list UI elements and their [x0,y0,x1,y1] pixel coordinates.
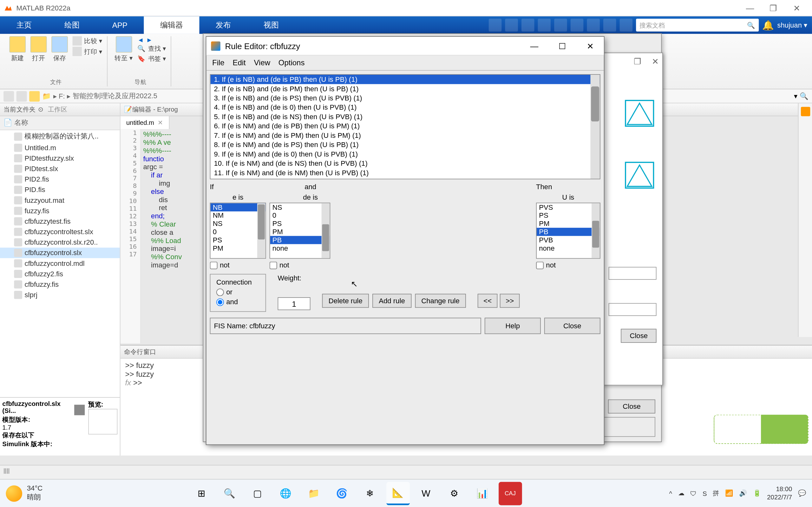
minimize-button[interactable]: — [745,3,755,12]
search-taskbar-icon[interactable]: 🔍 [218,482,241,505]
rule-item[interactable]: 3. If (e is NB) and (de is PS) then (U i… [210,94,600,103]
rule-item[interactable]: 11. If (e is NM) and (de is NM) then (U … [210,168,600,177]
user-menu[interactable]: shujuan ▾ [777,21,807,29]
tray-ime-icon[interactable]: 拼 [713,489,719,498]
tray-wifi-icon[interactable]: 📶 [725,490,733,497]
file-item[interactable]: cfbfuzzycontroltest.slx [0,227,120,237]
open-button[interactable]: 打开 [31,36,47,62]
rule-max-button[interactable]: ☐ [554,41,571,50]
file-item[interactable]: cfbfuzzycontrol.slx [0,247,120,258]
matlab-taskbar-icon[interactable]: 📐 [386,482,410,505]
browser-icon[interactable]: 🌀 [330,482,354,505]
rule-item[interactable]: 4. If (e is NB) and (de is 0) then (U is… [210,103,600,112]
close-tab-icon[interactable]: ✕ [158,119,163,126]
notifications-icon[interactable]: 🔔 [762,20,774,31]
delete-rule-button[interactable]: Delete rule [322,294,368,308]
mf-range-input[interactable] [609,267,657,280]
tray-notifications-icon[interactable]: 💬 [798,490,806,497]
de-mf-list[interactable]: NS0PSPMPBnone [270,203,331,259]
explorer-icon[interactable]: 📁 [302,482,325,505]
file-item[interactable]: PIDtest.slx [0,164,120,174]
app-icon-2[interactable]: ⚙ [443,482,466,505]
goto-button[interactable]: 转至 ▾ [114,36,133,63]
edge-icon[interactable]: 🌐 [274,482,298,505]
workspace-tab[interactable]: 工作区 [48,105,67,114]
prev-rule-button[interactable]: << [478,294,498,308]
rule-item[interactable]: 10. If (e is NM) and (de is NS) then (U … [210,159,600,168]
tray-defender-icon[interactable]: 🛡 [690,490,697,497]
tab-editor[interactable]: 编辑器 [144,16,199,34]
file-item[interactable]: cfbfuzzy.fis [0,279,120,290]
rule-item[interactable]: 5. If (e is NB) and (de is NS) then (U i… [210,112,600,121]
weather-widget[interactable]: 34°C 晴朗 [6,484,43,502]
tray-onedrive-icon[interactable]: ☁ [678,490,684,497]
copy-icon[interactable] [521,19,534,32]
clock[interactable]: 18:00 2022/7/7 [767,486,792,501]
app-icon-1[interactable]: ❄ [358,482,382,505]
e-mf-list[interactable]: NBNMNS0PSPM [210,203,266,259]
rule-item[interactable]: 9. If (e is NM) and (de is 0) then (U is… [210,150,600,159]
search-docs-input[interactable]: 搜索文档 🔍 [636,19,758,32]
compare-button[interactable]: 比较 ▾ [72,36,102,45]
file-item[interactable]: slprj [0,290,120,300]
path-search-icon[interactable]: 🔍 [800,92,809,100]
file-item[interactable]: cfbfuzzy2.fis [0,269,120,279]
mf-item[interactable]: NS [270,203,329,211]
rule-item[interactable]: 2. If (e is NB) and (de is PM) then (U i… [210,84,600,93]
rule-item[interactable]: 8. If (e is NM) and (de is PS) then (U i… [210,140,600,149]
mf-item[interactable]: PVB [537,236,600,244]
mf-item[interactable]: 0 [270,211,329,220]
de-not-checkbox[interactable]: not [270,261,351,269]
folder-dropdown-icon[interactable]: ⊙ [38,106,44,113]
tray-app-icon[interactable]: S [703,490,707,497]
path-back-icon[interactable] [3,91,14,101]
e-not-checkbox[interactable]: not [210,261,266,269]
close-button[interactable]: ✕ [792,3,801,12]
code-editor[interactable]: %%%---- %% A ve %%%---- functio argc = i… [141,129,202,343]
mf-item[interactable]: none [537,244,600,252]
tray-battery-icon[interactable]: 🔋 [753,490,761,497]
bookmark-button[interactable]: 🔖书签 ▾ [137,54,166,63]
fuzzy-close-button[interactable]: Close [608,400,655,413]
and-radio[interactable]: and [216,298,259,306]
cut-icon[interactable] [505,19,518,32]
menu-options[interactable]: Options [278,58,305,67]
file-item[interactable]: cfbfuzzycontrol.slx.r20.. [0,237,120,247]
path-folder-icon[interactable]: 📁 [42,92,51,100]
file-item[interactable]: cfbfuzzytest.fis [0,216,120,227]
save-button[interactable]: 保存 [51,36,68,62]
rule-item[interactable]: 6. If (e is NM) and (de is PB) then (U i… [210,121,600,130]
u-scrollbar-thumb[interactable] [592,221,599,248]
e-scrollbar-thumb[interactable] [258,205,265,239]
tab-view[interactable]: 视图 [247,16,295,34]
tray-volume-icon[interactable]: 🔊 [739,490,747,497]
rule-list[interactable]: 1. If (e is NB) and (de is PB) then (U i… [210,74,600,179]
find-button[interactable]: 🔍查找 ▾ [137,44,166,53]
menu-view[interactable]: View [254,58,270,67]
warning-icon[interactable] [801,107,810,116]
tab-home[interactable]: 主页 [0,16,48,34]
tab-plots[interactable]: 绘图 [48,16,96,34]
rule-min-button[interactable]: — [525,41,543,50]
task-view-icon[interactable]: ▢ [246,482,269,505]
mf-item[interactable]: PB [270,236,329,244]
switch-icon[interactable] [587,19,600,32]
menu-edit[interactable]: Edit [233,58,246,67]
rule-close-button-2[interactable]: Close [544,318,600,334]
rule-scrollbar-thumb[interactable] [591,87,599,122]
tray-chevron-icon[interactable]: ^ [669,490,672,497]
change-rule-button[interactable]: Change rule [415,294,466,308]
rule-item[interactable]: 1. If (e is NB) and (de is PB) then (U i… [210,75,600,84]
u-not-checkbox[interactable]: not [536,261,600,269]
print-button[interactable]: 打印 ▾ [72,47,102,56]
mf-close-icon[interactable]: ✕ [652,57,659,66]
new-button[interactable]: 新建 [9,36,26,62]
mf-item[interactable]: PB [537,228,600,236]
mf-item[interactable]: PM [270,228,329,236]
addon-icon[interactable] [619,19,632,32]
editor-file-tab[interactable]: untitled.m ✕ [120,116,169,129]
path-segment[interactable]: 智能控制理论及应用2022.5 [72,91,157,101]
mf-max-icon[interactable]: ❐ [634,57,641,66]
file-item[interactable]: PIDtestfuzzy.slx [0,153,120,164]
maximize-button[interactable]: ❐ [769,3,778,12]
